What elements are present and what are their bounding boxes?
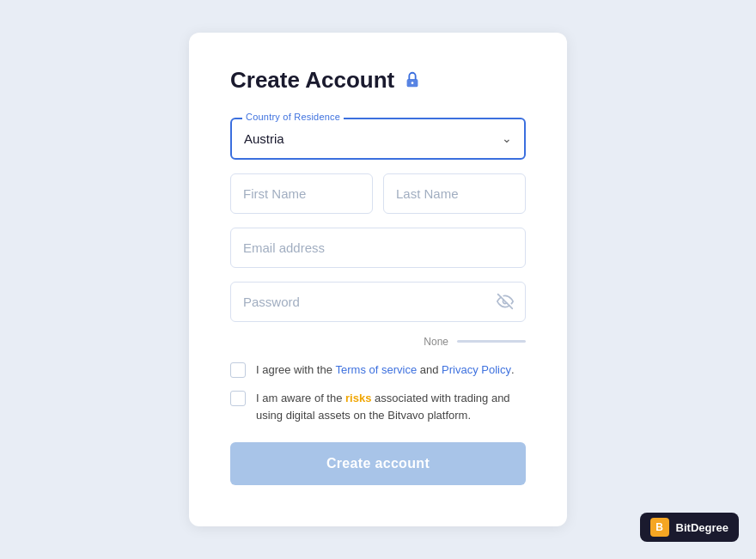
- email-group: [230, 228, 526, 268]
- password-input[interactable]: [230, 282, 526, 322]
- country-select[interactable]: Austria Germany France United States Uni…: [232, 119, 524, 158]
- terms-checkbox[interactable]: [230, 362, 246, 378]
- risks-link[interactable]: risks: [345, 392, 371, 404]
- page-title: Create Account: [230, 67, 394, 94]
- password-group: [230, 282, 526, 322]
- first-name-input[interactable]: [230, 173, 373, 214]
- name-row: [230, 173, 526, 214]
- eye-off-icon[interactable]: [497, 293, 514, 310]
- privacy-link[interactable]: Privacy Policy: [442, 363, 511, 376]
- strength-label: None: [424, 336, 448, 348]
- terms-link[interactable]: Terms of service: [336, 363, 418, 376]
- create-account-button[interactable]: Create account: [230, 442, 526, 485]
- svg-point-1: [412, 82, 414, 85]
- lock-icon: [403, 70, 422, 89]
- title-row: Create Account: [230, 67, 526, 94]
- terms-label: I agree with the Terms of service and Pr…: [256, 362, 515, 379]
- strength-bar: [457, 340, 526, 343]
- password-strength-row: None: [230, 336, 526, 348]
- country-label: Country of Residence: [242, 112, 344, 122]
- terms-checkbox-group: I agree with the Terms of service and Pr…: [230, 362, 526, 379]
- risks-checkbox[interactable]: [230, 391, 246, 406]
- country-select-wrapper: Country of Residence Austria Germany Fra…: [230, 118, 526, 160]
- email-input[interactable]: [230, 228, 526, 268]
- last-name-input[interactable]: [383, 173, 526, 214]
- bitdegree-brand: BitDegree: [676, 521, 729, 534]
- bitdegree-logo: B: [650, 518, 669, 537]
- country-group: Country of Residence Austria Germany Fra…: [230, 118, 526, 160]
- bitdegree-badge: B BitDegree: [640, 513, 739, 542]
- create-account-card: Create Account Country of Residence Aust…: [189, 33, 567, 527]
- risks-label: I am aware of the risks associated with …: [256, 390, 526, 423]
- risks-checkbox-group: I am aware of the risks associated with …: [230, 390, 526, 423]
